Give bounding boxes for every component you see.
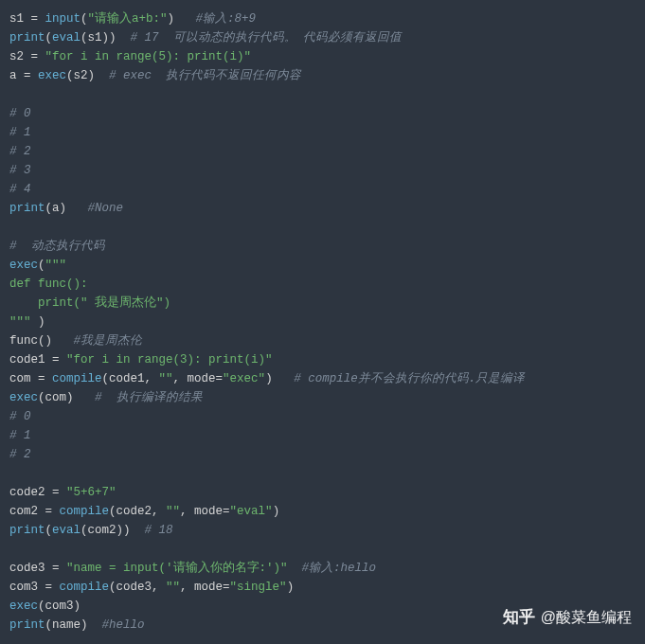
code-line: code3 = "name = input('请输入你的名字:')" #输入:h… (9, 559, 636, 578)
code-line: s2 = "for i in range(5): print(i)" (9, 47, 636, 66)
code-line: com2 = compile(code2, "", mode="eval") (9, 502, 636, 521)
code-line: # 2 (9, 142, 636, 161)
code-line (9, 85, 636, 104)
code-line: # 2 (9, 445, 636, 464)
code-line: print(eval(com2)) # 18 (9, 521, 636, 540)
code-line: code1 = "for i in range(3): print(i)" (9, 350, 636, 369)
code-line: com3 = compile(code3, "", mode="single") (9, 578, 636, 597)
code-block: s1 = input("请输入a+b:") #输入:8+9print(eval(… (9, 9, 636, 635)
code-line: print(a) #None (9, 199, 636, 218)
zhihu-logo: 知乎 (503, 608, 535, 627)
code-line: com = compile(code1, "", mode="exec") # … (9, 369, 636, 388)
code-line: # 动态执行代码 (9, 237, 636, 256)
code-line: code2 = "5+6+7" (9, 483, 636, 502)
watermark: 知乎 @酸菜鱼编程 (503, 608, 632, 627)
watermark-text: @酸菜鱼编程 (541, 608, 632, 627)
code-line: # 4 (9, 180, 636, 199)
code-line: print(" 我是周杰伦") (9, 294, 636, 313)
code-line (9, 464, 636, 483)
code-line: # 1 (9, 123, 636, 142)
code-line: def func(): (9, 275, 636, 294)
code-line: exec(com) # 执行编译的结果 (9, 388, 636, 407)
code-line: """ ) (9, 313, 636, 331)
code-line: exec(""" (9, 256, 636, 275)
code-line: # 0 (9, 407, 636, 426)
code-line: s1 = input("请输入a+b:") #输入:8+9 (9, 9, 636, 28)
code-line: print(eval(s1)) # 17 可以动态的执行代码。 代码必须有返回值 (9, 28, 636, 47)
code-line (9, 218, 636, 237)
code-line: # 0 (9, 104, 636, 123)
code-line (9, 540, 636, 559)
code-line: # 3 (9, 161, 636, 180)
code-line: # 1 (9, 426, 636, 445)
code-line: func() #我是周杰伦 (9, 331, 636, 350)
code-line: a = exec(s2) # exec 执行代码不返回任何内容 (9, 66, 636, 85)
